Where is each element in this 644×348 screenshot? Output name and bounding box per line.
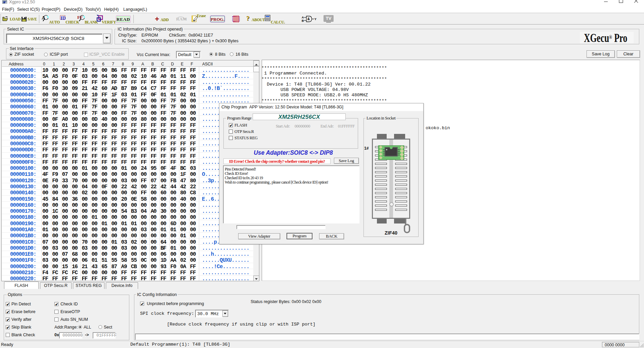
svg-text:Y: Y — [314, 17, 316, 21]
svg-text:A: A — [42, 15, 45, 20]
svg-text:&: & — [307, 17, 310, 21]
svg-text:B: B — [302, 19, 304, 22]
svg-text:A: A — [302, 16, 304, 19]
svg-text:ID: ID — [60, 16, 66, 21]
